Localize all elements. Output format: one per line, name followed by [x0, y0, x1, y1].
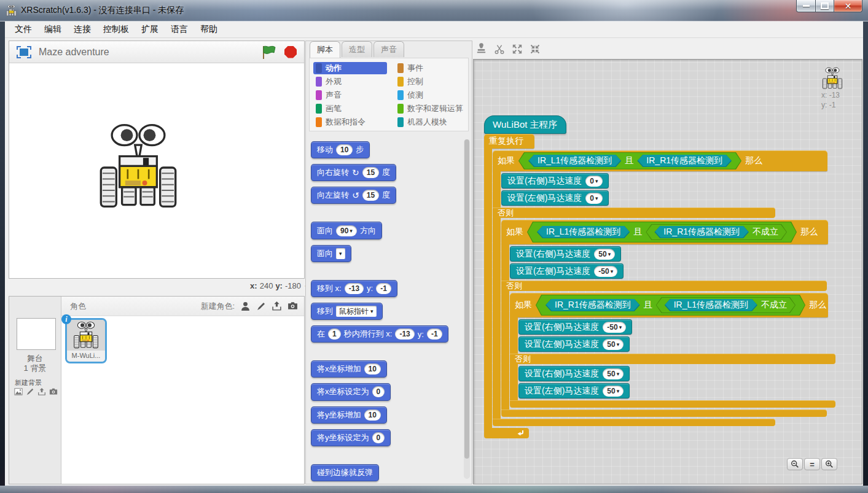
sprite-tile-selected[interactable]: M-WuLi...	[65, 318, 107, 363]
sensor-ir-r1[interactable]: IR_R1传感器检测到	[637, 155, 732, 167]
sensor-ir-l1[interactable]: IR_L1传感器检测到	[537, 226, 630, 238]
maximize-button[interactable]	[816, 0, 834, 12]
scissors-icon[interactable]	[494, 44, 505, 55]
set-right-motor-block[interactable]: 设置(右侧)马达速度50▾	[518, 366, 630, 381]
category-sensing[interactable]: 侦测	[395, 89, 468, 101]
value-oval[interactable]: 10	[364, 410, 381, 421]
direction-dropdown[interactable]: 90▾	[336, 225, 357, 236]
if3-else-bar[interactable]: 否则	[510, 354, 835, 364]
if1-else-bar[interactable]: 否则	[493, 208, 775, 218]
sensor-ir-l1[interactable]: IR_L1传感器检测到	[665, 299, 757, 311]
script-stack[interactable]: WuLiBot 主程序 重复执行 如果 IR_L1传感器检测到 且 IR_R1传…	[484, 115, 827, 438]
forever-header[interactable]: 重复执行	[484, 134, 534, 149]
block-move-steps[interactable]: 移动10步	[311, 141, 370, 158]
value-oval[interactable]: 0	[372, 432, 385, 443]
camera-backdrop-icon[interactable]	[49, 387, 58, 396]
window-titlebar[interactable]: XRScratch(v1.6.3) - 没有连接串口 - 未保存 ✕	[0, 0, 868, 21]
and-condition[interactable]: IR_L1传感器检测到 且 IR_R1传感器检测到 不成立	[527, 222, 797, 243]
speed-dropdown[interactable]: 0▾	[585, 176, 602, 187]
y-oval[interactable]: -1	[427, 328, 442, 340]
sprite-library-icon[interactable]	[240, 301, 251, 311]
grow-icon[interactable]	[512, 44, 523, 55]
block-bounce[interactable]: 碰到边缘就反弹	[311, 464, 379, 481]
block-goto-mouse[interactable]: 移到鼠标指针▾	[311, 303, 383, 320]
shrink-icon[interactable]	[530, 44, 541, 55]
x-oval[interactable]: -13	[345, 283, 364, 294]
hat-block-wulibot-main[interactable]: WuLiBot 主程序	[484, 115, 566, 134]
paint-backdrop-icon[interactable]	[26, 387, 34, 396]
if3-header[interactable]: 如果 IR_R1传感器检测到 且 IR_L1传感器检测到 不成立	[510, 293, 828, 317]
secs-oval[interactable]: 1	[328, 328, 341, 340]
forever-block[interactable]: 重复执行 如果 IR_L1传感器检测到 且 IR_R1传感器检测到 那么	[484, 134, 827, 438]
menu-language[interactable]: 语言	[165, 21, 194, 37]
if-block-2[interactable]: 如果 IR_L1传感器检测到 且 IR_R1传感器检测到 不成立	[501, 220, 828, 417]
green-flag-button[interactable]	[261, 45, 277, 60]
value-oval[interactable]: 0	[372, 386, 385, 397]
category-operators[interactable]: 数字和逻辑运算	[395, 103, 468, 115]
category-looks[interactable]: 外观	[313, 76, 395, 88]
goto-dropdown[interactable]: 鼠标指针▾	[336, 306, 377, 317]
set-left-motor-block[interactable]: 设置(左侧)马达速度0▾	[501, 190, 609, 206]
menu-help[interactable]: 帮助	[194, 21, 224, 37]
sensor-ir-r1[interactable]: IR_R1传感器检测到	[545, 299, 640, 311]
upload-sprite-icon[interactable]	[272, 301, 282, 311]
speed-dropdown[interactable]: 50▾	[603, 339, 624, 350]
value-oval[interactable]: 15	[362, 167, 379, 178]
block-point-direction[interactable]: 面向90▾方向	[311, 222, 382, 239]
value-oval[interactable]: 10	[336, 144, 353, 155]
sensor-ir-r1[interactable]: IR_R1传感器检测到	[654, 226, 749, 238]
speed-dropdown[interactable]: -50▾	[594, 266, 617, 277]
value-oval[interactable]: 15	[362, 190, 379, 201]
x-oval[interactable]: -13	[395, 328, 414, 340]
set-right-motor-block[interactable]: 设置(右侧)马达速度-50▾	[518, 319, 632, 335]
and-condition[interactable]: IR_L1传感器检测到 且 IR_R1传感器检测到	[518, 152, 741, 169]
zoom-reset-button[interactable]: =	[804, 458, 820, 470]
menu-extensions[interactable]: 扩展	[135, 21, 165, 37]
fullscreen-icon[interactable]	[17, 46, 31, 58]
stage-thumbnail[interactable]	[17, 318, 56, 350]
and-condition[interactable]: IR_R1传感器检测到 且 IR_L1传感器检测到 不成立	[536, 295, 805, 316]
set-right-motor-block[interactable]: 设置(右侧)马达速度50▾	[510, 246, 621, 262]
block-turn-left[interactable]: 向左旋转↺15度	[311, 187, 396, 204]
paint-sprite-icon[interactable]	[256, 301, 266, 311]
stamp-icon[interactable]	[475, 43, 487, 55]
category-data[interactable]: 数据和指令	[313, 116, 395, 128]
block-set-x[interactable]: 将x坐标设定为0	[311, 383, 391, 400]
target-dropdown[interactable]: ▾	[336, 248, 345, 259]
set-left-motor-block[interactable]: 设置(左侧)马达速度-50▾	[510, 263, 624, 279]
speed-dropdown[interactable]: 50▾	[603, 386, 624, 397]
upload-backdrop-icon[interactable]	[37, 387, 46, 396]
sensor-ir-l1[interactable]: IR_L1传感器检测到	[528, 155, 621, 167]
block-set-y[interactable]: 将y坐标设定为0	[311, 429, 391, 446]
camera-sprite-icon[interactable]	[287, 301, 298, 311]
close-button[interactable]: ✕	[834, 0, 862, 12]
set-right-motor-block[interactable]: 设置(右侧)马达速度0▾	[501, 173, 609, 188]
palette-scrollbar[interactable]	[464, 139, 470, 479]
speed-dropdown[interactable]: -50▾	[603, 322, 626, 333]
minimize-button[interactable]	[796, 0, 816, 12]
stage-canvas[interactable]	[9, 63, 304, 277]
set-left-motor-block[interactable]: 设置(左侧)马达速度50▾	[518, 383, 630, 398]
sprite-info-badge[interactable]: i	[61, 314, 71, 324]
set-left-motor-block[interactable]: 设置(左侧)马达速度50▾	[518, 336, 630, 352]
script-canvas[interactable]: x: -13 y: -1 WuLiBot 主程序 重复执行 如果 IR_L1传感…	[473, 59, 862, 484]
speed-dropdown[interactable]: 50▾	[594, 249, 615, 260]
menu-edit[interactable]: 编辑	[38, 21, 68, 37]
value-oval[interactable]: 10	[364, 363, 381, 375]
menu-file[interactable]: 文件	[9, 21, 38, 37]
menu-connect[interactable]: 连接	[68, 21, 97, 37]
category-pen[interactable]: 画笔	[313, 103, 395, 115]
block-point-towards[interactable]: 面向▾	[311, 245, 351, 262]
speed-dropdown[interactable]: 0▾	[585, 193, 602, 204]
category-sound[interactable]: 声音	[313, 89, 395, 101]
if2-header[interactable]: 如果 IR_L1传感器检测到 且 IR_R1传感器检测到 不成立	[501, 220, 828, 244]
tab-costumes[interactable]: 造型	[342, 41, 372, 57]
category-robot[interactable]: 机器人模块	[395, 116, 468, 128]
tab-sounds[interactable]: 声音	[373, 41, 404, 57]
category-motion[interactable]: 动作	[313, 62, 387, 74]
robot-sprite[interactable]	[98, 122, 179, 213]
if1-header[interactable]: 如果 IR_L1传感器检测到 且 IR_R1传感器检测到 那么	[493, 150, 827, 171]
menu-board[interactable]: 控制板	[97, 21, 135, 37]
block-glide[interactable]: 在1秒内滑行到 x:-13y:-1	[311, 325, 448, 343]
block-goto-xy[interactable]: 移到 x:-13y:-1	[311, 280, 397, 297]
